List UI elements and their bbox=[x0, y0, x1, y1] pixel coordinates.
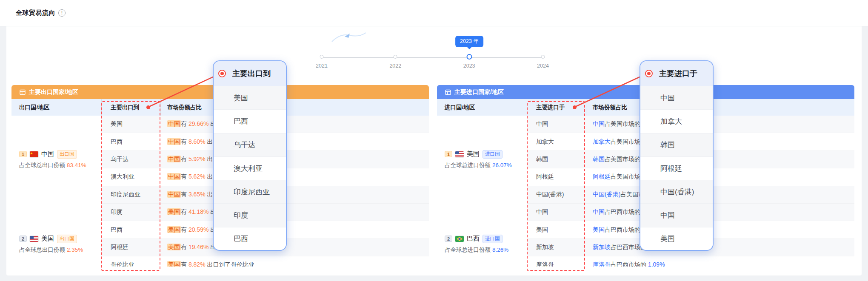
partner-cell: 韩国 bbox=[527, 156, 586, 163]
popup-item[interactable]: 阿根廷 bbox=[640, 156, 713, 180]
partner-cell: 阿根廷 bbox=[101, 244, 160, 251]
market-share-cell: 美国占巴西市场的 bbox=[586, 226, 854, 234]
year-slider-dot[interactable] bbox=[394, 55, 397, 59]
role-tag: 进口国 bbox=[483, 235, 503, 243]
share-country: 美国 bbox=[167, 226, 181, 233]
share-percent: 41.18% bbox=[188, 208, 208, 215]
column-header: 市场份额占比 bbox=[586, 99, 854, 116]
year-tick-label: 2024 bbox=[537, 63, 549, 69]
export-annotation-dot bbox=[146, 105, 150, 109]
partner-cell: 中国 bbox=[527, 208, 586, 216]
import-popup-header: 主要进口于 bbox=[640, 61, 713, 86]
country-cell: 1美国进口国占全球总进口份额26.07% bbox=[437, 116, 527, 204]
partner-cell: 摩洛哥 bbox=[527, 261, 586, 267]
share-country-link[interactable]: 摩洛哥 bbox=[593, 261, 611, 267]
market-share-cell: 美国有 41.18% 出口到了印度 bbox=[160, 208, 429, 216]
share-country-link[interactable]: 加拿大 bbox=[593, 138, 611, 145]
export-popup-anchor-icon bbox=[218, 70, 226, 77]
popup-item[interactable]: 印度尼西亚 bbox=[214, 180, 286, 203]
market-share-cell: 摩洛哥占巴西市场的 1.09% bbox=[586, 261, 854, 267]
popup-item[interactable]: 韩国 bbox=[640, 133, 713, 156]
share-percent: 19.46% bbox=[188, 244, 208, 250]
country-cell: 1中国出口国占全球总出口份额83.41% bbox=[11, 116, 101, 204]
popup-item[interactable]: 中国(香港) bbox=[640, 180, 713, 203]
popup-item[interactable]: 澳大利亚 bbox=[214, 156, 286, 180]
table-icon bbox=[19, 89, 26, 96]
country-name: 巴西 bbox=[467, 235, 480, 243]
year-slider-track[interactable] bbox=[322, 57, 543, 58]
partner-cell: 美国 bbox=[101, 120, 160, 128]
partner-cell: 美国 bbox=[527, 226, 586, 234]
page-title: 全球贸易流向 bbox=[16, 9, 55, 17]
role-tag: 出口国 bbox=[57, 150, 77, 159]
cn-flag-icon bbox=[30, 151, 38, 157]
year-tooltip: 2023 年 bbox=[455, 36, 483, 47]
import-column-popup: 主要进口于 中国加拿大韩国阿根廷中国(香港)中国美国 bbox=[640, 60, 714, 251]
global-share: 占全球总出口份额2.35% bbox=[19, 246, 101, 254]
share-percent: 8.60% bbox=[188, 138, 206, 145]
popup-item[interactable]: 印度 bbox=[214, 203, 286, 227]
market-share-cell: 韩国占美国市场的 bbox=[586, 156, 854, 163]
year-slider-dot[interactable] bbox=[541, 55, 545, 59]
popup-item[interactable]: 加拿大 bbox=[640, 109, 713, 133]
share-percent: 5.92% bbox=[188, 156, 206, 162]
share-country: 中国 bbox=[167, 120, 181, 127]
export-popup-title: 主要出口到 bbox=[232, 68, 271, 79]
partner-cell: 印度 bbox=[101, 208, 160, 216]
column-header: 出口国/地区 bbox=[11, 104, 101, 111]
market-share-cell: 中国有 5.62% 出口到了澳大利亚 bbox=[160, 173, 429, 181]
share-country: 中国 bbox=[167, 138, 181, 145]
year-slider-dot[interactable] bbox=[320, 55, 324, 59]
column-header: 主要出口到 bbox=[101, 99, 160, 116]
rank-badge: 1 bbox=[19, 151, 27, 157]
year-tick-label: 2021 bbox=[316, 63, 328, 69]
table-row: 摩洛哥摩洛哥占巴西市场的 1.09% bbox=[527, 256, 854, 267]
share-country-link[interactable]: 中国(香港) bbox=[593, 191, 620, 198]
popup-item[interactable]: 巴西 bbox=[214, 109, 286, 133]
partner-cell: 巴西 bbox=[101, 226, 160, 234]
market-share-cell: 新加坡占巴西市场的 bbox=[586, 244, 854, 251]
share-percent: 20.59% bbox=[188, 226, 208, 233]
share-country-link[interactable]: 中国 bbox=[593, 120, 605, 127]
share-country-link[interactable]: 美国 bbox=[593, 226, 605, 233]
share-percent: 8.82% bbox=[188, 261, 206, 267]
year-slider-handle[interactable] bbox=[466, 54, 472, 60]
info-icon[interactable]: ! bbox=[58, 9, 66, 17]
market-share-cell: 美国有 8.82% 出口到了哥伦比亚 bbox=[160, 261, 429, 267]
export-column-popup: 主要出口到 美国巴西乌干达澳大利亚印度尼西亚印度巴西 bbox=[213, 60, 287, 251]
share-country-link[interactable]: 阿根廷 bbox=[593, 173, 611, 180]
market-share-cell: 美国有 19.46% 出口到了阿根廷 bbox=[160, 244, 429, 251]
partner-cell: 印度尼西亚 bbox=[101, 191, 160, 199]
market-share-cell: 美国有 20.59% 出口到了巴西 bbox=[160, 226, 429, 234]
global-share-value: 83.41% bbox=[67, 162, 86, 168]
share-percent: 3.65% bbox=[188, 191, 206, 198]
partner-cell: 澳大利亚 bbox=[101, 173, 160, 181]
year-tick-label: 2022 bbox=[389, 63, 401, 69]
partner-cell: 中国(香港) bbox=[527, 191, 586, 199]
us-flag-icon bbox=[30, 236, 38, 242]
share-percent: 29.66% bbox=[188, 120, 208, 127]
country-name: 中国 bbox=[41, 150, 54, 158]
share-country: 美国 bbox=[167, 208, 181, 215]
share-country-link[interactable]: 韩国 bbox=[593, 156, 605, 162]
export-popup-header: 主要出口到 bbox=[214, 61, 286, 86]
import-popup-title: 主要进口于 bbox=[659, 68, 697, 79]
year-tick-label: 2023 bbox=[463, 63, 475, 69]
export-table-title: 主要出口国家/地区 bbox=[29, 88, 78, 96]
share-country-link[interactable]: 新加坡 bbox=[593, 244, 611, 250]
share-percent: 1.09% bbox=[648, 261, 665, 267]
popup-item[interactable]: 美国 bbox=[214, 86, 286, 109]
popup-item[interactable]: 中国 bbox=[640, 203, 713, 227]
market-share-cell: 中国有 29.66% 出口到了美国 bbox=[160, 120, 429, 128]
us-flag-icon bbox=[455, 151, 464, 157]
popup-item[interactable]: 巴西 bbox=[214, 227, 286, 250]
popup-item[interactable]: 美国 bbox=[640, 227, 713, 250]
share-country-link[interactable]: 中国 bbox=[593, 208, 605, 215]
global-share-value: 26.07% bbox=[492, 162, 512, 168]
popup-item[interactable]: 乌干达 bbox=[214, 133, 286, 156]
partner-cell: 阿根廷 bbox=[527, 173, 586, 181]
partner-cell: 中国 bbox=[527, 120, 586, 128]
import-table-title: 主要进口国家/地区 bbox=[454, 88, 504, 96]
column-header: 市场份额占比 bbox=[160, 99, 429, 116]
popup-item[interactable]: 中国 bbox=[640, 86, 713, 109]
